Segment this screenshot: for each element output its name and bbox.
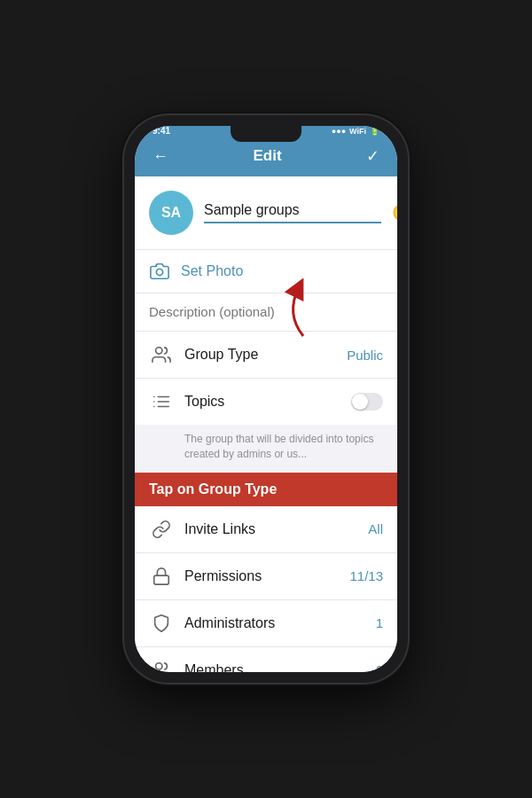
members-value: 2 [376,662,383,672]
avatar: SA [149,191,193,235]
invite-links-value: All [368,521,383,536]
description-row [135,293,397,332]
permissions-value: 11/13 [349,568,383,583]
administrators-label: Administrators [184,615,376,631]
battery-icon: 🔋 [370,127,379,136]
annotation-banner: Tap on Group Type [135,473,397,506]
signal-icon: ●●● [332,127,346,136]
lower-settings-section: Invite Links All Permissions 11/13 [135,506,397,672]
group-name-input[interactable] [204,202,381,223]
invite-links-icon [149,517,174,542]
topics-icon [149,389,174,414]
svg-point-11 [156,662,162,669]
svg-rect-10 [154,575,169,584]
toggle-knob [352,394,368,410]
emoji-button[interactable]: 🙂 [392,203,397,223]
back-button[interactable]: ← [149,144,172,169]
topics-row[interactable]: Topics [135,379,397,425]
administrators-row[interactable]: Administrators 1 [135,600,397,647]
topics-label: Topics [184,394,351,410]
avatar-initials: SA [161,205,181,221]
notch [231,126,301,142]
members-row[interactable]: Members 2 [135,647,397,672]
camera-icon [149,261,170,282]
description-input[interactable] [149,304,383,319]
topics-toggle[interactable] [351,393,383,411]
members-icon [149,658,174,672]
annotation-text: Tap on Group Type [149,481,277,497]
administrators-value: 1 [376,615,383,630]
set-photo-row[interactable]: Set Photo [135,250,397,293]
invite-links-label: Invite Links [184,521,368,537]
header-title: Edit [253,147,281,165]
profile-section: SA 🙂 [135,176,397,250]
phone-screen: 9:41 ●●● WiFi 🔋 ← Edit ✓ SA 🙂 [135,126,397,672]
invite-links-row[interactable]: Invite Links All [135,506,397,553]
permissions-row[interactable]: Permissions 11/13 [135,553,397,600]
administrators-icon [149,611,174,636]
permissions-label: Permissions [184,568,349,584]
status-time: 9:41 [153,126,170,136]
permissions-icon [149,564,174,589]
members-label: Members [184,662,376,672]
group-type-value: Public [347,348,383,363]
status-icons: ●●● WiFi 🔋 [332,127,379,136]
wifi-icon: WiFi [349,127,366,136]
svg-point-0 [156,269,162,275]
phone-frame: 9:41 ●●● WiFi 🔋 ← Edit ✓ SA 🙂 [124,115,408,683]
confirm-button[interactable]: ✓ [363,143,383,169]
topics-description: The group that will be divided into topi… [135,425,397,473]
settings-section: Group Type Public [135,332,397,425]
group-type-row[interactable]: Group Type Public [135,332,397,379]
group-type-label: Group Type [184,347,347,363]
svg-point-2 [156,348,162,354]
group-type-icon [149,342,174,367]
set-photo-label: Set Photo [181,263,243,279]
